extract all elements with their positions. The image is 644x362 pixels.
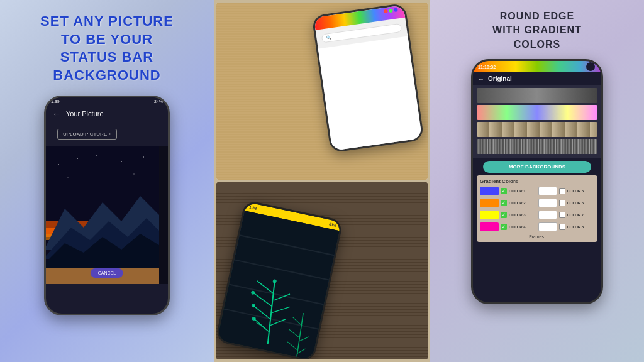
back-arrow-right[interactable]: ← xyxy=(478,75,484,82)
cancel-button[interactable]: CANCEL xyxy=(91,268,123,278)
color-row-3: ✓ COLOR 3 xyxy=(480,211,536,219)
color-grid: ✓ COLOR 1 COLOR 5 ✓ COLOR 2 xyxy=(480,187,594,233)
right-title-line3: COLORS xyxy=(514,39,560,50)
left-panel: SET ANY PICTURE TO BE YOUR STATUS BAR BA… xyxy=(0,0,214,362)
right-title-line2: WITH GRADIENT xyxy=(492,25,582,35)
color-checkbox-6[interactable] xyxy=(559,200,565,206)
color-swatch-3 xyxy=(480,211,499,219)
color-row-4: ✓ COLOR 4 xyxy=(480,222,536,231)
right-phone-mock: 11:18:32 ← Original MORE BACKGROUNDS Gra… xyxy=(471,59,603,304)
color-row-5: COLOR 5 xyxy=(538,187,595,195)
bg-option-2[interactable] xyxy=(477,105,597,120)
color-swatch-8 xyxy=(538,222,557,231)
color-label-6: COLOR 6 xyxy=(567,201,584,205)
right-title: ROUND EDGE WITH GRADIENT COLORS xyxy=(492,9,582,52)
color-row-8: COLOR 8 xyxy=(538,222,595,231)
right-title-line1: ROUND EDGE xyxy=(500,11,574,21)
phone-header-left: ← Your Picture xyxy=(46,105,168,123)
upload-picture-button[interactable]: UPLOAD PICTURE + xyxy=(57,129,117,140)
svg-point-1 xyxy=(58,164,59,165)
color-swatch-1 xyxy=(480,187,499,195)
bg-option-1[interactable] xyxy=(477,88,597,103)
phone-time-left: 1:39 xyxy=(51,99,60,104)
left-title-line1: SET ANY PICTURE xyxy=(40,13,174,29)
phone-battery-left: 24% xyxy=(154,99,163,104)
middle-top-section: 🔍 xyxy=(216,3,428,180)
color-checkbox-4[interactable]: ✓ xyxy=(501,224,507,230)
color-label-1: COLOR 1 xyxy=(509,189,526,193)
color-swatch-7 xyxy=(538,211,557,219)
color-row-1: ✓ COLOR 1 xyxy=(480,187,536,195)
phone-content-left: CANCEL xyxy=(46,146,168,284)
middle-bottom-section: 1:88 81% xyxy=(216,182,428,359)
svg-point-2 xyxy=(77,158,78,159)
upload-button-area[interactable]: UPLOAD PICTURE + xyxy=(46,123,168,146)
color-swatch-5 xyxy=(538,187,557,195)
color-swatch-2 xyxy=(480,199,499,207)
color-checkbox-1[interactable]: ✓ xyxy=(501,188,507,194)
color-label-3: COLOR 3 xyxy=(509,213,526,217)
color-checkbox-2[interactable]: ✓ xyxy=(501,200,507,206)
mountain-scene-svg xyxy=(46,146,159,284)
svg-point-3 xyxy=(96,155,97,156)
bg-option-4[interactable] xyxy=(477,139,597,154)
bg-option-3[interactable] xyxy=(477,122,597,137)
phone-mock-middle-top: 🔍 xyxy=(311,3,424,153)
color-checkbox-3[interactable]: ✓ xyxy=(501,212,507,218)
more-backgrounds-button[interactable]: MORE BACKGROUNDS xyxy=(483,161,591,173)
original-label: Original xyxy=(488,75,512,82)
frames-label: Frames: xyxy=(480,234,594,239)
color-checkbox-5[interactable] xyxy=(559,188,565,194)
more-backgrounds-container: MORE BACKGROUNDS xyxy=(479,161,595,173)
svg-point-4 xyxy=(121,161,122,162)
left-title-line2: TO BE YOUR xyxy=(61,31,153,47)
color-label-8: COLOR 8 xyxy=(567,225,584,229)
svg-point-7 xyxy=(133,174,135,175)
left-phone-mock: 1:39 24% ← Your Picture UPLOAD PICTURE + xyxy=(44,96,170,315)
gradient-section: Gradient Colors ✓ COLOR 1 COLOR 5 xyxy=(477,175,597,242)
back-arrow-left[interactable]: ← xyxy=(52,109,61,119)
svg-point-5 xyxy=(143,156,144,158)
phone-camera-right xyxy=(586,62,595,71)
color-checkbox-8[interactable] xyxy=(559,224,565,230)
bg-options-container xyxy=(473,85,601,158)
color-label-4: COLOR 4 xyxy=(509,225,526,229)
phone-time-right: 11:18:32 xyxy=(478,65,496,69)
color-label-2: COLOR 2 xyxy=(509,201,526,205)
color-swatch-4 xyxy=(480,222,499,231)
color-row-7: COLOR 7 xyxy=(538,211,595,219)
color-checkbox-7[interactable] xyxy=(559,212,565,218)
color-label-5: COLOR 5 xyxy=(567,189,584,193)
color-row-6: COLOR 6 xyxy=(538,199,595,207)
left-title: SET ANY PICTURE TO BE YOUR STATUS BAR BA… xyxy=(6,13,208,84)
middle-panel: 🔍 1:88 xyxy=(214,0,430,362)
right-panel: ROUND EDGE WITH GRADIENT COLORS 11:18:32… xyxy=(430,0,644,362)
your-picture-label: Your Picture xyxy=(66,110,104,118)
svg-point-6 xyxy=(67,177,69,178)
left-title-line3: STATUS BAR BACKGROUND xyxy=(53,49,160,83)
color-swatch-6 xyxy=(538,199,557,207)
color-row-2: ✓ COLOR 2 xyxy=(480,199,536,207)
phone-header-right: ← Original xyxy=(473,72,601,85)
gradient-title: Gradient Colors xyxy=(480,178,594,184)
color-label-7: COLOR 7 xyxy=(567,213,584,217)
